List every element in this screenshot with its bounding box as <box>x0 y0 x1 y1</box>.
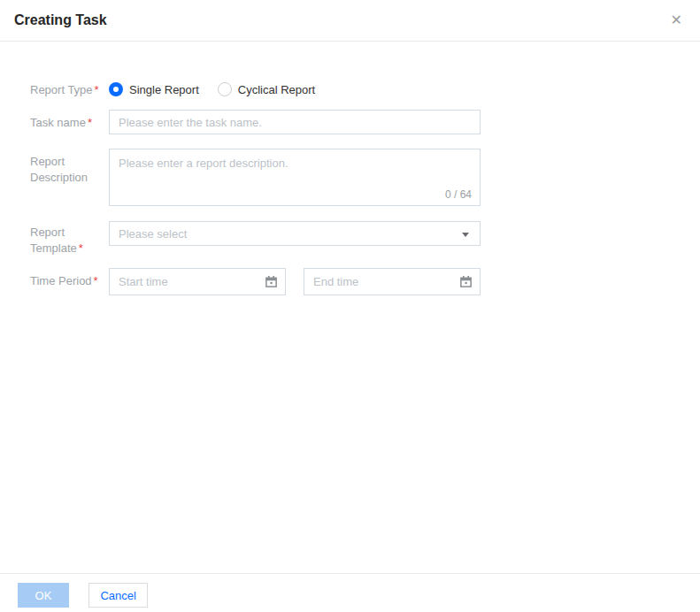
start-time-input[interactable] <box>109 268 286 295</box>
task-name-input[interactable] <box>109 110 481 134</box>
radio-label: Single Report <box>129 83 199 96</box>
calendar-icon[interactable] <box>265 275 278 288</box>
dialog-title: Creating Task <box>14 12 107 28</box>
required-asterisk: * <box>94 274 98 287</box>
end-time-input[interactable] <box>304 268 481 295</box>
required-asterisk: * <box>88 116 92 129</box>
time-period-label: Time Period* <box>30 268 109 289</box>
report-type-radio-group: Single Report Cyclical Report <box>109 80 315 98</box>
report-template-row: Report Template* Please select <box>30 221 665 256</box>
report-type-row: Report Type* Single Report Cyclical Repo… <box>30 80 665 98</box>
dialog-footer: OK Cancel <box>0 573 700 612</box>
time-period-fields <box>109 268 481 295</box>
creating-task-dialog: Creating Task ✕ Report Type* Single Repo… <box>0 0 700 612</box>
task-name-label: Task name* <box>30 110 109 131</box>
time-period-row: Time Period* <box>30 268 665 295</box>
report-type-label: Report Type* <box>30 80 109 98</box>
radio-unselected-icon[interactable] <box>218 82 232 96</box>
report-description-textarea[interactable] <box>109 149 481 206</box>
required-asterisk: * <box>79 241 83 255</box>
report-description-row: Report Description 0 / 64 <box>30 149 665 206</box>
radio-single-report[interactable]: Single Report <box>109 82 199 96</box>
ok-button[interactable]: OK <box>18 583 69 608</box>
report-template-label: Report Template* <box>30 221 109 256</box>
task-name-row: Task name* <box>30 110 665 134</box>
chevron-down-icon <box>462 233 469 237</box>
radio-selected-icon[interactable] <box>109 82 123 96</box>
dialog-header: Creating Task ✕ <box>0 0 700 42</box>
cancel-button[interactable]: Cancel <box>88 583 147 608</box>
calendar-icon[interactable] <box>459 275 473 288</box>
close-icon[interactable]: ✕ <box>671 13 682 27</box>
report-description-field: 0 / 64 <box>109 149 481 206</box>
radio-label: Cyclical Report <box>238 83 315 96</box>
required-asterisk: * <box>95 83 99 96</box>
end-time-field <box>304 268 481 295</box>
dialog-body: Report Type* Single Report Cyclical Repo… <box>0 42 700 573</box>
select-placeholder: Please select <box>119 227 187 241</box>
report-description-label: Report Description <box>30 149 109 186</box>
radio-cyclical-report[interactable]: Cyclical Report <box>218 82 315 96</box>
start-time-field <box>109 268 286 295</box>
report-template-select[interactable]: Please select <box>109 221 481 246</box>
